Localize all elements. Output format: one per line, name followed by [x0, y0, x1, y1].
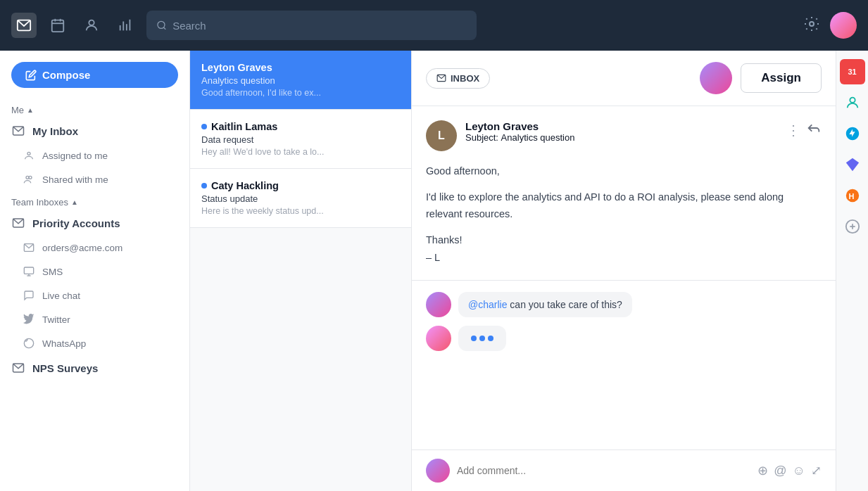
sidebar-item-priority-accounts[interactable]: Priority Accounts — [0, 210, 189, 236]
commenter-avatar-0 — [426, 292, 451, 317]
compose-button[interactable]: Compose — [11, 62, 178, 88]
comments-section: @charlie can you take care of this? — [412, 281, 836, 362]
conv-name-1: Kaitlin Lamas — [201, 121, 400, 132]
sidebar-item-orders-email[interactable]: orders@acme.com — [0, 236, 189, 260]
assign-button[interactable]: Assign — [741, 63, 822, 93]
typing-dots — [468, 333, 496, 344]
sender-avatar: L — [426, 120, 457, 151]
inbox-badge-icon — [436, 73, 446, 83]
svg-point-5 — [89, 20, 94, 25]
svg-point-22 — [24, 338, 33, 347]
whatsapp-icon — [23, 337, 35, 350]
comment-bubble-0: @charlie can you take care of this? — [458, 292, 632, 317]
message-body: Good afternoon, I'd like to explore the … — [426, 162, 822, 266]
reply-icon[interactable] — [806, 120, 822, 139]
me-section-header: Me ▲ — [0, 99, 189, 118]
main-content: INBOX Assign L Leyton Graves Subject: An… — [412, 51, 836, 491]
current-user-avatar — [426, 459, 450, 483]
dot-3 — [488, 336, 493, 341]
comment-row-0: @charlie can you take care of this? — [426, 292, 822, 317]
svg-point-16 — [29, 176, 32, 179]
main-layout: Compose Me ▲ My Inbox Assigned to me Sha… — [0, 51, 868, 491]
comment-input-row: ⊕ @ ☺ ⤢ — [412, 449, 836, 491]
sidebar-item-shared-with-me[interactable]: Shared with me — [0, 167, 189, 191]
svg-line-11 — [164, 27, 166, 30]
search-bar[interactable] — [146, 11, 477, 40]
search-icon — [156, 20, 167, 31]
comment-input[interactable] — [457, 465, 750, 476]
sender-subject: Subject: Analytics question — [465, 132, 778, 143]
svg-text:H: H — [848, 192, 854, 200]
sms-icon — [23, 265, 35, 278]
add-icon[interactable]: ⊕ — [757, 463, 768, 478]
shared-icon — [23, 173, 35, 186]
sidebar-item-live-chat[interactable]: Live chat — [0, 283, 189, 307]
sidebar-item-whatsapp[interactable]: WhatsApp — [0, 331, 189, 355]
conv-name-0: Leyton Graves — [201, 62, 400, 73]
message-actions[interactable]: ⋮ — [786, 120, 822, 139]
top-nav — [0, 0, 868, 51]
user-avatar-nav[interactable] — [830, 12, 857, 39]
charts-nav-icon[interactable] — [113, 13, 138, 38]
salesforce-icon[interactable] — [840, 121, 865, 146]
mention-icon[interactable]: @ — [774, 464, 786, 478]
nps-icon — [11, 361, 25, 375]
conv-item-0[interactable]: Leyton Graves Analytics question Good af… — [190, 51, 411, 110]
calendar-badge-icon[interactable]: 31 — [840, 59, 865, 84]
dot-1 — [471, 336, 477, 341]
svg-point-12 — [810, 22, 814, 26]
recipient-avatar — [700, 62, 732, 94]
expand-icon[interactable]: ⤢ — [811, 463, 822, 478]
live-chat-icon — [23, 289, 35, 302]
settings-icon[interactable] — [803, 15, 820, 35]
input-actions: ⊕ @ ☺ ⤢ — [757, 463, 822, 478]
sender-name: Leyton Graves — [465, 120, 778, 132]
conv-subject-1: Data request — [201, 134, 400, 145]
message-header: L Leyton Graves Subject: Analytics quest… — [426, 120, 822, 151]
sidebar-item-assigned-to-me[interactable]: Assigned to me — [0, 144, 189, 167]
conv-preview-0: Good afternoon, I'd like to ex... — [201, 88, 400, 98]
email-body: L Leyton Graves Subject: Analytics quest… — [412, 106, 836, 449]
conv-preview-1: Hey all! We'd love to take a lo... — [201, 147, 400, 157]
conv-item-2[interactable]: Caty Hackling Status update Here is the … — [190, 169, 411, 228]
sidebar-item-sms[interactable]: SMS — [0, 260, 189, 283]
conv-preview-2: Here is the weekly status upd... — [201, 206, 400, 216]
typing-bubble — [458, 326, 506, 351]
svg-point-25 — [850, 98, 855, 103]
email-message: L Leyton Graves Subject: Analytics quest… — [412, 106, 836, 281]
inbox-nav-icon[interactable] — [11, 13, 37, 38]
sidebar-item-twitter[interactable]: Twitter — [0, 307, 189, 331]
unread-dot-1 — [201, 124, 207, 129]
team-inboxes-arrow: ▲ — [71, 198, 78, 206]
search-input[interactable] — [172, 20, 466, 32]
calendar-nav-icon[interactable] — [45, 13, 70, 38]
svg-point-14 — [27, 152, 30, 155]
conversation-list: Leyton Graves Analytics question Good af… — [190, 51, 412, 491]
comment-row-typing — [426, 326, 822, 351]
emoji-icon[interactable]: ☺ — [793, 464, 805, 478]
compose-icon — [25, 70, 37, 81]
more-options-icon[interactable]: ⋮ — [786, 122, 800, 139]
comment-text-0: can you take care of this? — [507, 299, 622, 310]
twitter-icon — [23, 313, 35, 326]
hubspot-icon[interactable]: H — [840, 183, 865, 208]
contacts-nav-icon[interactable] — [79, 13, 104, 38]
inbox-icon — [11, 124, 25, 138]
conv-name-2: Caty Hackling — [201, 180, 400, 191]
team-inboxes-header: Team Inboxes ▲ — [0, 191, 189, 210]
assigned-icon — [23, 149, 35, 162]
diamond-icon[interactable] — [840, 152, 865, 177]
sidebar-item-nps-surveys[interactable]: NPS Surveys — [0, 355, 189, 381]
conv-item-1[interactable]: Kaitlin Lamas Data request Hey all! We'd… — [190, 110, 411, 169]
priority-accounts-icon — [11, 216, 25, 230]
unread-dot-2 — [201, 183, 207, 189]
conv-subject-0: Analytics question — [201, 75, 400, 86]
left-sidebar: Compose Me ▲ My Inbox Assigned to me Sha… — [0, 51, 190, 491]
add-integration-icon[interactable] — [840, 214, 865, 239]
sender-info: Leyton Graves Subject: Analytics questio… — [465, 120, 778, 143]
contacts-right-icon[interactable] — [840, 90, 865, 115]
dot-2 — [479, 336, 485, 341]
sidebar-item-my-inbox[interactable]: My Inbox — [0, 118, 189, 144]
svg-rect-19 — [24, 267, 33, 274]
svg-rect-1 — [52, 20, 64, 32]
